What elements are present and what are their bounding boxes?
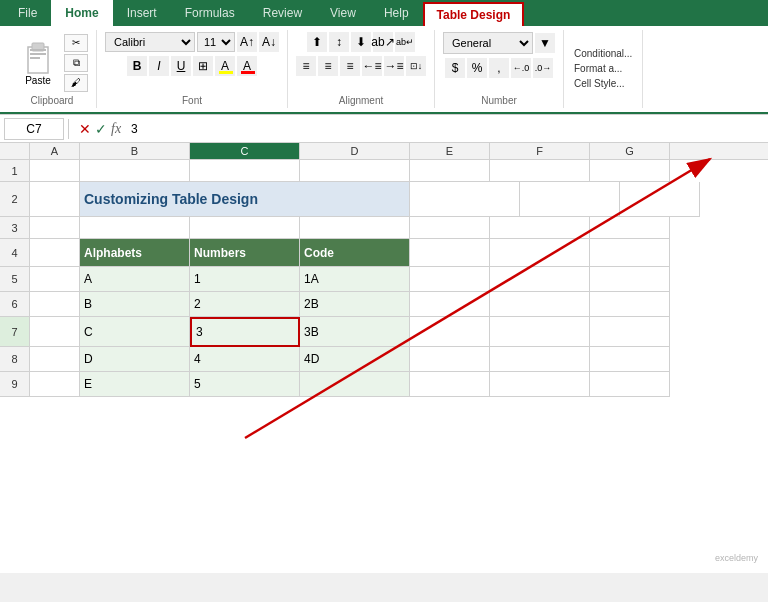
cell-e5[interactable] — [410, 267, 490, 292]
row-header-4[interactable]: 4 — [0, 239, 29, 267]
cell-d7[interactable]: 3B — [300, 317, 410, 347]
decrease-decimal-button[interactable]: ←.0 — [511, 58, 531, 78]
cell-b4[interactable]: Alphabets — [80, 239, 190, 267]
cell-g9[interactable] — [590, 372, 670, 397]
cell-g8[interactable] — [590, 347, 670, 372]
cell-g2[interactable] — [620, 182, 700, 217]
cell-b8[interactable]: D — [80, 347, 190, 372]
decrease-font-button[interactable]: A↓ — [259, 32, 279, 52]
paste-button[interactable]: Paste — [16, 36, 60, 89]
copy-button[interactable]: ⧉ — [64, 54, 88, 72]
tab-review[interactable]: Review — [249, 0, 316, 26]
cell-b3[interactable] — [80, 217, 190, 239]
formula-input[interactable] — [127, 122, 764, 136]
cell-d8[interactable]: 4D — [300, 347, 410, 372]
cell-f1[interactable] — [490, 160, 590, 182]
cell-a3[interactable] — [30, 217, 80, 239]
cell-g6[interactable] — [590, 292, 670, 317]
cell-c7-selected[interactable]: 3 — [190, 317, 300, 347]
cell-f8[interactable] — [490, 347, 590, 372]
col-header-a[interactable]: A — [30, 143, 80, 159]
cell-a6[interactable] — [30, 292, 80, 317]
cell-c9[interactable]: 5 — [190, 372, 300, 397]
col-header-c[interactable]: C — [190, 143, 300, 159]
tab-insert[interactable]: Insert — [113, 0, 171, 26]
col-header-f[interactable]: F — [490, 143, 590, 159]
decrease-indent-button[interactable]: ←≡ — [362, 56, 382, 76]
cell-a1[interactable] — [30, 160, 80, 182]
cell-e7[interactable] — [410, 317, 490, 347]
row-header-7[interactable]: 7 — [0, 317, 29, 347]
increase-font-button[interactable]: A↑ — [237, 32, 257, 52]
cell-f4[interactable] — [490, 239, 590, 267]
font-family-select[interactable]: Calibri — [105, 32, 195, 52]
cell-e1[interactable] — [410, 160, 490, 182]
cell-c3[interactable] — [190, 217, 300, 239]
align-center-button[interactable]: ≡ — [318, 56, 338, 76]
bold-button[interactable]: B — [127, 56, 147, 76]
fill-color-button[interactable]: A — [215, 56, 235, 76]
cell-a5[interactable] — [30, 267, 80, 292]
cell-c6[interactable]: 2 — [190, 292, 300, 317]
cell-a2[interactable] — [30, 182, 80, 217]
number-format-expand[interactable]: ▼ — [535, 33, 555, 53]
number-format-select[interactable]: General — [443, 32, 533, 54]
col-header-g[interactable]: G — [590, 143, 670, 159]
angle-text-button[interactable]: ab↗ — [373, 32, 393, 52]
cell-g3[interactable] — [590, 217, 670, 239]
cell-e9[interactable] — [410, 372, 490, 397]
cell-f3[interactable] — [490, 217, 590, 239]
tab-help[interactable]: Help — [370, 0, 423, 26]
col-header-e[interactable]: E — [410, 143, 490, 159]
format-painter-button[interactable]: 🖌 — [64, 74, 88, 92]
borders-button[interactable]: ⊞ — [193, 56, 213, 76]
italic-button[interactable]: I — [149, 56, 169, 76]
cell-b7[interactable]: C — [80, 317, 190, 347]
cell-f2[interactable] — [520, 182, 620, 217]
col-header-d[interactable]: D — [300, 143, 410, 159]
currency-button[interactable]: $ — [445, 58, 465, 78]
row-header-2[interactable]: 2 — [0, 182, 29, 217]
cell-g4[interactable] — [590, 239, 670, 267]
cell-a7[interactable] — [30, 317, 80, 347]
cell-e8[interactable] — [410, 347, 490, 372]
align-middle-button[interactable]: ↕ — [329, 32, 349, 52]
align-right-button[interactable]: ≡ — [340, 56, 360, 76]
insert-function-icon[interactable]: fx — [111, 121, 121, 137]
font-size-select[interactable]: 11 — [197, 32, 235, 52]
cell-g5[interactable] — [590, 267, 670, 292]
row-header-3[interactable]: 3 — [0, 217, 29, 239]
cell-title[interactable]: Customizing Table Design — [80, 182, 410, 217]
cell-d1[interactable] — [300, 160, 410, 182]
align-top-button[interactable]: ⬆ — [307, 32, 327, 52]
cell-b1[interactable] — [80, 160, 190, 182]
cell-a8[interactable] — [30, 347, 80, 372]
cell-a4[interactable] — [30, 239, 80, 267]
tab-view[interactable]: View — [316, 0, 370, 26]
cell-c5[interactable]: 1 — [190, 267, 300, 292]
cell-styles-button[interactable]: Cell Style... — [572, 77, 634, 90]
row-header-8[interactable]: 8 — [0, 347, 29, 372]
confirm-formula-icon[interactable]: ✓ — [95, 121, 107, 137]
cell-d6[interactable]: 2B — [300, 292, 410, 317]
cell-c4[interactable]: Numbers — [190, 239, 300, 267]
cell-f9[interactable] — [490, 372, 590, 397]
font-color-button[interactable]: A — [237, 56, 257, 76]
underline-button[interactable]: U — [171, 56, 191, 76]
cell-f7[interactable] — [490, 317, 590, 347]
row-header-9[interactable]: 9 — [0, 372, 29, 397]
cell-f5[interactable] — [490, 267, 590, 292]
cell-d3[interactable] — [300, 217, 410, 239]
conditional-formatting-button[interactable]: Conditional... — [572, 47, 634, 60]
row-header-6[interactable]: 6 — [0, 292, 29, 317]
cell-f6[interactable] — [490, 292, 590, 317]
cell-g1[interactable] — [590, 160, 670, 182]
cell-e3[interactable] — [410, 217, 490, 239]
format-as-table-button[interactable]: Format a... — [572, 62, 634, 75]
col-header-b[interactable]: B — [80, 143, 190, 159]
tab-formulas[interactable]: Formulas — [171, 0, 249, 26]
cell-a9[interactable] — [30, 372, 80, 397]
wrap-text-button[interactable]: ab↵ — [395, 32, 415, 52]
cell-d9[interactable] — [300, 372, 410, 397]
cell-c1[interactable] — [190, 160, 300, 182]
